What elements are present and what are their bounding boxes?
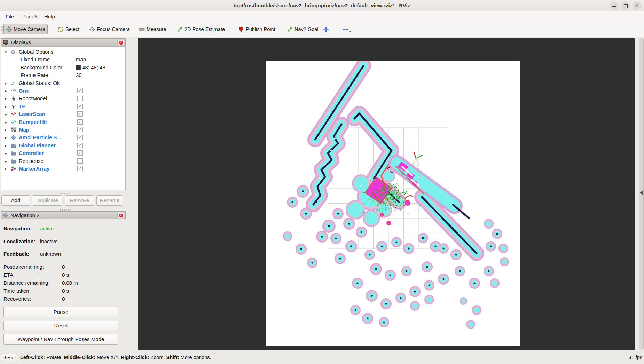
nav2-stat-label: ETA: <box>3 272 15 278</box>
tree-row-amcl-particle-s[interactable]: ▸Amcl Particle S…✓ <box>1 134 125 141</box>
tree-row-label: TF <box>19 103 25 109</box>
tree-row-global-options[interactable]: ▾⚙Global Options <box>1 48 125 56</box>
tool-nav2-goal[interactable]: Nav2 Goal <box>285 24 321 34</box>
tree-row-bumper-hit[interactable]: ▸Bumper Hit✓ <box>1 118 125 126</box>
rename-display-button[interactable]: Rename <box>96 195 123 206</box>
remove-tool-button[interactable]: ▾ <box>340 24 354 34</box>
nav2-stat-label: Time taken: <box>3 288 31 294</box>
displays-panel-header[interactable]: Displays ✕ <box>1 38 126 46</box>
expand-arrow-icon[interactable]: ▸ <box>5 112 7 117</box>
collapse-arrow-icon[interactable]: ▾ <box>5 50 7 54</box>
expand-arrow-icon[interactable]: ▸ <box>5 167 7 171</box>
move-camera-icon <box>6 26 12 32</box>
duplicate-display-button[interactable]: Duplicate <box>32 195 62 206</box>
tree-row-label: Global Status: Ok <box>19 80 60 86</box>
tool-pose-estimate[interactable]: 2D Pose Estimate <box>175 24 227 34</box>
color-property-value[interactable]: 48; 48; 48 <box>76 64 105 70</box>
tree-row-realsense[interactable]: ▸Realsense <box>1 157 125 165</box>
nav2-status-label: Localization: <box>3 238 36 244</box>
expand-arrow-icon[interactable]: ▸ <box>5 104 7 109</box>
reset-nav2-button[interactable]: Reset <box>3 321 118 331</box>
expand-arrow-icon[interactable]: ▸ <box>5 159 7 164</box>
camera-reset-button[interactable]: Reset <box>1 354 17 362</box>
minimize-button[interactable] <box>610 1 618 10</box>
tree-row-markerarray[interactable]: ▸MarkerArray✓ <box>1 165 125 173</box>
title-bar: /opt/ros/humble/share/nav2_bringup/rviz/… <box>0 0 644 11</box>
nav2-stat-label: Poses remaining: <box>3 264 44 270</box>
nav2-panel-header[interactable]: Navigation 2 ✕ <box>1 211 126 219</box>
tool-measure[interactable]: Measure <box>137 24 168 34</box>
3d-viewport[interactable] <box>138 38 635 350</box>
nav2-close-button[interactable]: ✕ <box>117 213 124 218</box>
enable-checkbox[interactable]: ✓ <box>77 135 83 140</box>
tool-publish-point[interactable]: Publish Point <box>236 24 277 34</box>
close-button[interactable] <box>633 1 641 10</box>
enable-checkbox[interactable]: ✓ <box>77 143 83 148</box>
pause-nav2-button[interactable]: Pause <box>3 307 118 317</box>
enable-checkbox[interactable] <box>77 96 83 101</box>
tree-row-robotmodel[interactable]: ▸RobotModel <box>1 95 125 102</box>
folder-icon <box>11 143 16 148</box>
collapse-arrow-icon[interactable] <box>640 191 643 195</box>
laser-icon <box>11 111 16 117</box>
tree-row-background-color[interactable]: Background Color48; 48; 48 <box>1 64 125 71</box>
enable-checkbox[interactable]: ✓ <box>77 119 83 125</box>
remove-display-button[interactable]: Remove <box>65 195 94 206</box>
nav2-status-value-unknown: unknown <box>40 251 61 257</box>
toolbar: Move CameraSelectFocus CameraMeasure2D P… <box>0 22 644 37</box>
maximize-button[interactable] <box>621 1 630 10</box>
expand-arrow-icon[interactable]: ▸ <box>5 96 7 101</box>
status-bar: Reset Left-Click: Rotate. Middle-Click: … <box>0 351 644 364</box>
tree-row-fixed-frame[interactable]: Fixed Framemap <box>1 56 125 63</box>
expand-arrow-icon[interactable]: ▸ <box>5 81 7 86</box>
displays-close-button[interactable]: ✕ <box>117 40 124 45</box>
expand-arrow-icon[interactable]: ▸ <box>5 135 7 140</box>
tree-row-label: Global Planner <box>19 142 56 148</box>
publish-point-label: Publish Point <box>246 26 275 32</box>
expand-arrow-icon[interactable]: ▸ <box>5 151 7 156</box>
property-value[interactable]: map <box>76 56 86 62</box>
menu-help[interactable]: Help <box>42 11 57 22</box>
enable-checkbox[interactable]: ✓ <box>77 127 83 132</box>
add-tool-button[interactable] <box>321 24 331 34</box>
waypoint-nav2-button[interactable]: Waypoint / Nav Through Poses Mode <box>3 334 118 345</box>
enable-checkbox[interactable]: ✓ <box>77 88 83 93</box>
enable-checkbox[interactable] <box>77 158 83 164</box>
nav2-status-label: Navigation: <box>3 225 32 231</box>
tree-row-global-planner[interactable]: ▸Global Planner✓ <box>1 142 125 149</box>
tree-row-frame-rate[interactable]: Frame Rate30 <box>1 71 125 79</box>
tool-focus-camera[interactable]: Focus Camera <box>87 24 132 34</box>
focus-camera-label: Focus Camera <box>97 26 130 32</box>
tree-row-controller[interactable]: ▸Controller✓ <box>1 149 125 157</box>
folder-icon <box>11 150 16 156</box>
robot-icon <box>11 96 16 101</box>
tree-row-tf[interactable]: ▸TF✓ <box>1 103 125 110</box>
expand-arrow-icon[interactable]: ▸ <box>5 89 7 93</box>
tf-icon <box>11 104 16 109</box>
enable-checkbox[interactable]: ✓ <box>77 111 83 117</box>
menu-panels[interactable]: Panels <box>20 11 40 22</box>
tree-row-map[interactable]: ▸Map✓ <box>1 126 125 134</box>
tree-row-label: Map <box>19 127 29 133</box>
tree-row-laserscan[interactable]: ▸LaserScan✓ <box>1 110 125 118</box>
tool-move-camera[interactable]: Move Camera <box>3 24 48 34</box>
enable-checkbox[interactable]: ✓ <box>77 104 83 109</box>
expand-arrow-icon[interactable]: ▸ <box>5 128 7 132</box>
menu-file[interactable]: File <box>3 11 16 22</box>
enable-checkbox[interactable]: ✓ <box>77 166 83 171</box>
splitter-handle[interactable]: •••••• <box>60 191 71 195</box>
tree-row-global-status-ok[interactable]: ▸✓Global Status: Ok <box>1 79 125 87</box>
pose-estimate-icon <box>177 26 183 32</box>
expand-arrow-icon[interactable]: ▸ <box>5 143 7 148</box>
tree-row-label: Controller <box>19 150 44 156</box>
enable-checkbox[interactable]: ✓ <box>77 150 83 156</box>
publish-point-icon <box>238 26 244 32</box>
tree-row-grid[interactable]: ▸Grid✓ <box>1 87 125 95</box>
property-value[interactable]: 30 <box>76 72 82 78</box>
tree-row-label: LaserScan <box>19 111 45 117</box>
add-display-button[interactable]: Add <box>1 195 30 206</box>
nav2-stat-value: 0 <box>62 264 65 270</box>
toolbar-grip[interactable] <box>1 24 3 34</box>
tool-select[interactable]: Select <box>56 24 81 34</box>
expand-arrow-icon[interactable]: ▸ <box>5 120 7 125</box>
